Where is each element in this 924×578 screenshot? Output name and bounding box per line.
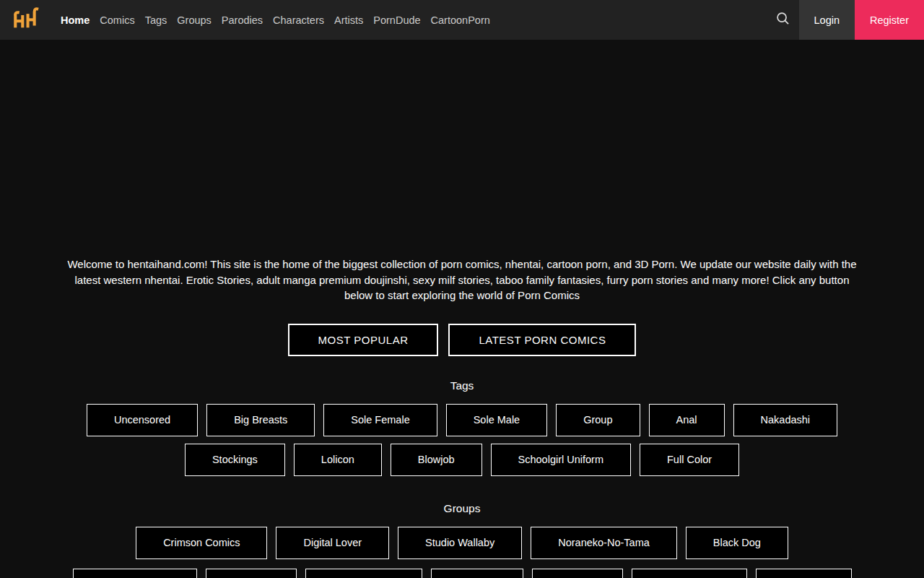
- group-box-partial[interactable]: [756, 569, 852, 578]
- group-black-dog[interactable]: Black Dog: [686, 527, 788, 559]
- groups-row-2-clipped: [0, 569, 924, 578]
- tag-uncensored[interactable]: Uncensored: [87, 404, 198, 436]
- groups-section-title: Groups: [0, 502, 924, 515]
- main-menu: Home Comics Tags Groups Parodies Charact…: [61, 14, 490, 26]
- tag-sole-male[interactable]: Sole Male: [446, 404, 547, 436]
- register-button[interactable]: Register: [855, 0, 924, 40]
- menu-item-comics[interactable]: Comics: [100, 14, 134, 26]
- menu-item-porndude[interactable]: PornDude: [373, 14, 420, 26]
- tag-sole-female[interactable]: Sole Female: [323, 404, 437, 436]
- tags-row-2: Stockings Lolicon Blowjob Schoolgirl Uni…: [0, 444, 924, 476]
- tag-big-breasts[interactable]: Big Breasts: [206, 404, 315, 436]
- tag-anal[interactable]: Anal: [649, 404, 725, 436]
- tags-section-title: Tags: [0, 379, 924, 392]
- group-crimson-comics[interactable]: Crimson Comics: [136, 527, 267, 559]
- group-studio-wallaby[interactable]: Studio Wallaby: [398, 527, 522, 559]
- tag-stockings[interactable]: Stockings: [185, 444, 285, 476]
- group-box-partial[interactable]: [305, 569, 422, 578]
- tags-row-1: Uncensored Big Breasts Sole Female Sole …: [0, 404, 924, 436]
- menu-item-tags[interactable]: Tags: [145, 14, 167, 26]
- tag-group[interactable]: Group: [556, 404, 640, 436]
- search-icon: [776, 12, 790, 28]
- groups-row-1: Crimson Comics Digital Lover Studio Wall…: [0, 527, 924, 559]
- welcome-text: Welcome to hentaihand.com! This site is …: [61, 256, 863, 303]
- login-button[interactable]: Login: [799, 0, 855, 40]
- group-noraneko-no-tama[interactable]: Noraneko-No-Tama: [531, 527, 677, 559]
- group-box-partial[interactable]: [532, 569, 623, 578]
- cta-row: MOST POPULAR LATEST PORN COMICS: [0, 324, 924, 356]
- group-box-partial[interactable]: [73, 569, 197, 578]
- group-box-partial[interactable]: [431, 569, 523, 578]
- menu-item-groups[interactable]: Groups: [177, 14, 212, 26]
- menu-item-artists[interactable]: Artists: [334, 14, 363, 26]
- search-button[interactable]: [767, 0, 799, 40]
- latest-porn-comics-button[interactable]: LATEST PORN COMICS: [448, 324, 636, 356]
- menu-item-characters[interactable]: Characters: [273, 14, 324, 26]
- tag-full-color[interactable]: Full Color: [640, 444, 739, 476]
- hh-logo-icon: [10, 5, 39, 35]
- group-digital-lover[interactable]: Digital Lover: [276, 527, 389, 559]
- tag-blowjob[interactable]: Blowjob: [391, 444, 482, 476]
- group-box-partial[interactable]: [206, 569, 297, 578]
- nav-right: Login Register: [767, 0, 924, 40]
- tag-schoolgirl-uniform[interactable]: Schoolgirl Uniform: [491, 444, 631, 476]
- site-logo[interactable]: [10, 5, 39, 35]
- tag-lolicon[interactable]: Lolicon: [294, 444, 382, 476]
- menu-item-cartoonporn[interactable]: CartoonPorn: [431, 14, 490, 26]
- menu-item-parodies[interactable]: Parodies: [222, 14, 263, 26]
- most-popular-button[interactable]: MOST POPULAR: [288, 324, 439, 356]
- nav-bar: Home Comics Tags Groups Parodies Charact…: [0, 0, 924, 40]
- tag-nakadashi[interactable]: Nakadashi: [733, 404, 838, 436]
- group-box-partial[interactable]: [632, 569, 747, 578]
- menu-item-home[interactable]: Home: [61, 14, 90, 26]
